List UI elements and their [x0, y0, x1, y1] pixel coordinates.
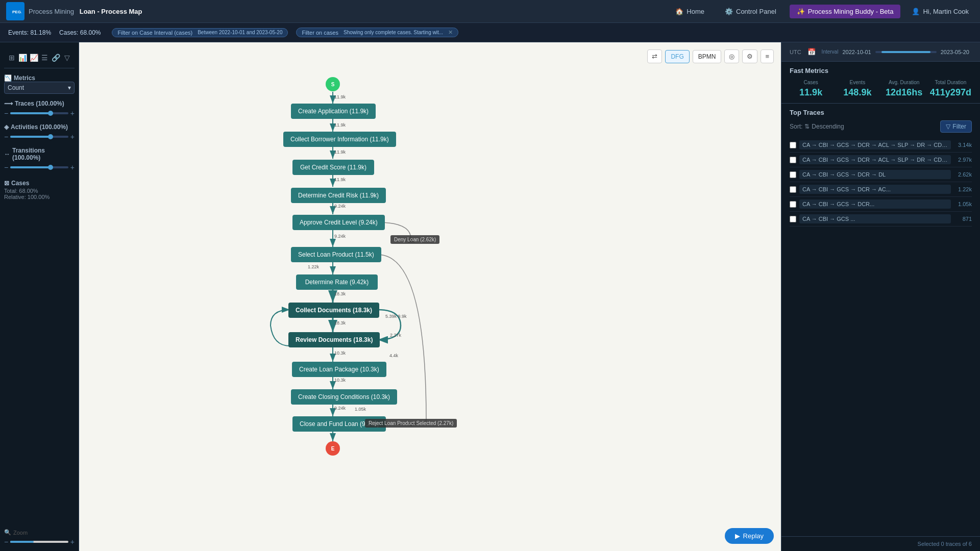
home-icon: 🏠 [675, 8, 683, 15]
trace-text[interactable]: CA → CBI → GCS → DCR → DL [799, 170, 951, 179]
determine-rate-node[interactable]: Determine Rate (9.42k) [296, 274, 378, 290]
share-icon[interactable]: 🔗 [51, 51, 62, 65]
dashboard-icon[interactable]: ⊞ [6, 51, 17, 65]
zoom-minus-icon[interactable]: − [4, 538, 8, 546]
interval-label: Interval [822, 49, 839, 55]
activities-plus-icon[interactable]: + [70, 133, 75, 141]
trace-text[interactable]: CA → CBI → GCS → DCR... [799, 199, 951, 209]
trace-checkbox[interactable] [790, 216, 796, 222]
metric-select[interactable]: Count ▾ [4, 82, 75, 94]
table-icon[interactable]: ☰ [39, 51, 51, 65]
activities-track[interactable] [10, 136, 68, 138]
svg-text:10.3k: 10.3k [334, 350, 346, 356]
collect-documents-node[interactable]: Collect Documents (18.3k) [288, 303, 379, 318]
chevron-down-icon: ▾ [68, 84, 71, 91]
trace-count: 2.62k [954, 171, 972, 178]
top-traces-section: Top Traces Sort: ⇅ Descending ▽ Filter C… [781, 104, 980, 536]
metrics-icon: 📉 [4, 74, 12, 82]
control-panel-button[interactable]: ⚙️ Control Panel [718, 5, 783, 18]
trace-count: 2.97k [954, 157, 972, 163]
create-application-node[interactable]: Create Application (11.9k) [291, 104, 376, 119]
filter-icon[interactable]: ▽ [61, 51, 72, 65]
cases-relative: Relative: 100.00% [4, 194, 75, 200]
trace-checkbox[interactable] [790, 142, 796, 148]
metrics-grid: Cases 11.9k Events 148.9k Avg. Duration … [790, 80, 972, 98]
filter1-title: Filter on Case Interval (cases) [117, 30, 192, 36]
trace-checkbox[interactable] [790, 186, 796, 193]
main-layout: ⊞ 📊 📈 ☰ 🔗 ▽ 📉 Metrics Count ▾ ⟿ Traces (… [0, 42, 980, 551]
events-metric-card: Events 148.9k [836, 80, 878, 98]
user-label: Hi, Martin Cook [923, 8, 969, 15]
pega-logo: PEGA [6, 2, 24, 20]
transitions-track[interactable] [10, 166, 68, 168]
traces-track[interactable] [10, 112, 68, 114]
traces-plus-icon[interactable]: + [70, 109, 75, 117]
activities-minus-icon[interactable]: − [4, 133, 8, 141]
cases-filter[interactable]: Filter on cases Showing only complete ca… [296, 28, 458, 37]
cases-label: ⊠ Cases [4, 180, 75, 187]
trace-text[interactable]: CA → CBI → GCS ... [799, 214, 951, 223]
trace-row: CA → CBI → GCS → DCR → ACL → SLP → DR → … [790, 153, 972, 167]
determine-credit-risk-node[interactable]: Determine Credit Risk (11.9k) [291, 188, 386, 203]
trace-checkbox[interactable] [790, 171, 796, 178]
avg-duration-label: Avg. Duration [883, 80, 925, 85]
get-credit-score-node[interactable]: Get Credit Score (11.9k) [292, 160, 374, 175]
select-loan-product-node[interactable]: Select Loan Product (11.5k) [291, 247, 381, 262]
transitions-plus-icon[interactable]: + [70, 163, 75, 171]
filter-bar: Events: 81.18% Cases: 68.00% Filter on C… [0, 23, 980, 42]
transitions-slider[interactable]: − + [4, 163, 75, 171]
trace-checkbox[interactable] [790, 201, 796, 208]
create-closing-conditions-node[interactable]: Create Closing Conditions (10.3k) [291, 389, 397, 405]
total-duration-value: 411y297d [929, 87, 972, 98]
sort-label: Sort: [790, 123, 802, 130]
zoom-slider[interactable]: − + [4, 538, 75, 546]
start-node[interactable]: S [326, 77, 340, 91]
trace-text[interactable]: CA → CBI → GCS → DCR → AC... [799, 185, 951, 194]
svg-text:11.9k: 11.9k [334, 177, 346, 182]
zoom-plus-icon[interactable]: + [70, 538, 75, 546]
home-nav-button[interactable]: 🏠 Home [668, 5, 712, 18]
app-title: Loan - Process Map [80, 8, 142, 15]
gear-icon: ⚙️ [725, 8, 733, 15]
chart-icon[interactable]: 📊 [17, 51, 29, 65]
filter-icon: ▽ [946, 123, 950, 130]
utc-label: UTC [790, 49, 801, 55]
app-section: Process Mining [29, 8, 74, 15]
date-track[interactable] [875, 51, 937, 53]
trace-text[interactable]: CA → CBI → GCS → DCR → ACL → SLP → DR → … [799, 155, 951, 164]
home-label: Home [687, 8, 704, 15]
traces-slider[interactable]: − + [4, 109, 75, 117]
avg-duration-metric-card: Avg. Duration 12d16hs [883, 80, 925, 98]
end-node[interactable]: E [326, 441, 340, 456]
replay-button[interactable]: ▶ Replay [725, 528, 774, 544]
play-icon: ▶ [735, 532, 740, 540]
close-icon[interactable]: ✕ [448, 29, 453, 36]
user-menu[interactable]: 👤 Hi, Martin Cook [906, 5, 974, 18]
svg-text:1.22k: 1.22k [308, 264, 320, 269]
trace-count: 1.05k [954, 201, 972, 207]
trace-row: CA → CBI → GCS → DCR → AC... 1.22k [790, 182, 972, 197]
bar-chart-icon[interactable]: 📈 [28, 51, 39, 65]
traces-minus-icon[interactable]: − [4, 109, 8, 117]
create-loan-package-node[interactable]: Create Loan Package (10.3k) [292, 362, 386, 377]
zoom-track[interactable] [10, 541, 68, 543]
activities-slider[interactable]: − + [4, 133, 75, 141]
trace-checkbox[interactable] [790, 157, 796, 163]
buddy-button[interactable]: ✨ Process Mining Buddy - Beta [790, 5, 901, 18]
cases-value: 68.00% [80, 29, 101, 36]
traces-label: ⟿ Traces (100.00%) [4, 100, 75, 107]
zoom-section: 🔍 Zoom − + [4, 529, 75, 546]
trace-count: 871 [954, 216, 972, 222]
top-navigation: PEGA Process Mining Loan - Process Map 🏠… [0, 0, 980, 23]
case-interval-filter[interactable]: Filter on Case Interval (cases) Between … [112, 28, 288, 37]
traces-footer: Selected 0 traces of 6 [781, 536, 980, 551]
approve-credit-level-node[interactable]: Approve Credit Level (9.24k) [292, 215, 385, 230]
transitions-minus-icon[interactable]: − [4, 163, 8, 171]
metrics-label: 📉 Metrics [4, 74, 75, 82]
process-map: 11.9k 11.9k 11.9k 11.9k 9.24k 9.24k 1.22… [79, 42, 781, 551]
trace-text[interactable]: CA → CBI → GCS → DCR → ACL → SLP → DR → … [799, 140, 951, 149]
traces-filter-button[interactable]: ▽ Filter [940, 120, 972, 133]
activities-label: ◈ Activities (100.00%) [4, 123, 75, 131]
collect-borrower-node[interactable]: Collect Borrower Information (11.9k) [283, 132, 396, 147]
review-documents-node[interactable]: Review Documents (18.3k) [288, 332, 380, 347]
